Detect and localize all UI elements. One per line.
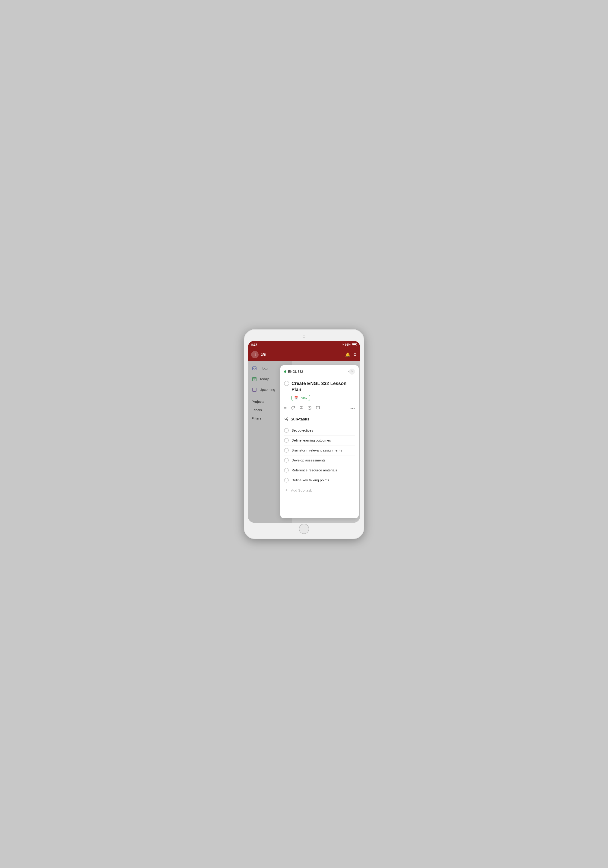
main-layout: Inbox 25 Today: [248, 361, 360, 523]
subtasks-section-icon: [284, 417, 289, 422]
svg-point-9: [293, 406, 294, 407]
subtask-item[interactable]: Set objectives: [284, 426, 355, 436]
subtask-item[interactable]: Define learning outcomes: [284, 436, 355, 445]
more-options-icon[interactable]: •••: [351, 406, 355, 411]
subtask-checkbox[interactable]: [284, 468, 289, 473]
subtasks-header: Sub-tasks: [284, 417, 355, 422]
status-right: ⊙ 95%: [342, 343, 357, 346]
status-bar: 8:17 ⊙ 95%: [248, 341, 360, 349]
device: 8:17 ⊙ 95% ☽ 3/5 🔔 ⚙: [244, 329, 364, 539]
bell-icon[interactable]: 🔔: [345, 352, 351, 357]
front-camera-icon: [303, 335, 305, 338]
add-subtask-button[interactable]: + Add Sub-task: [284, 485, 355, 494]
subtask-label: Define key talking points: [292, 478, 329, 482]
comment-icon[interactable]: [316, 406, 320, 411]
tag-icon[interactable]: [291, 406, 295, 411]
close-icon: ✕: [351, 370, 354, 373]
subtask-checkbox[interactable]: [284, 428, 289, 433]
subtask-item[interactable]: Develop assessments: [284, 456, 355, 465]
avatar-icon: ☽: [253, 353, 256, 356]
subtask-item[interactable]: Define key talking points: [284, 475, 355, 485]
subtask-label: Set objectives: [292, 428, 313, 432]
list-icon[interactable]: ≡: [284, 406, 287, 411]
subtask-checkbox[interactable]: [284, 438, 289, 443]
svg-point-12: [285, 418, 286, 420]
device-screen: 8:17 ⊙ 95% ☽ 3/5 🔔 ⚙: [248, 341, 360, 523]
task-panel: ENGL 332 › ✕ Create ENGL 332 Lesson Plan…: [280, 365, 359, 518]
header-progress: 3/5: [261, 353, 266, 356]
clock-icon[interactable]: [307, 406, 312, 411]
add-subtask-icon: +: [284, 488, 289, 493]
flag-icon[interactable]: [299, 406, 303, 411]
project-name: ENGL 332: [288, 370, 347, 374]
svg-line-15: [286, 418, 287, 419]
app-header: ☽ 3/5 🔔 ⚙: [248, 349, 360, 361]
svg-rect-11: [316, 406, 320, 409]
subtask-label: Develop assessments: [292, 458, 326, 462]
device-bottom: [248, 523, 360, 535]
battery-pct: 95%: [345, 343, 351, 346]
task-title: Create ENGL 332 Lesson Plan: [292, 380, 355, 392]
avatar[interactable]: ☽: [251, 351, 259, 358]
gear-icon[interactable]: ⚙: [353, 352, 357, 357]
date-badge-button[interactable]: 📅 Today: [292, 395, 310, 401]
subtask-label: Define learning outcomes: [292, 438, 331, 442]
header-icons: 🔔 ⚙: [345, 352, 357, 357]
subtask-checkbox[interactable]: [284, 478, 289, 482]
add-subtask-label: Add Sub-task: [291, 488, 312, 492]
calendar-icon: 📅: [294, 396, 298, 400]
task-title-row: Create ENGL 332 Lesson Plan: [280, 377, 359, 394]
task-panel-header: ENGL 332 › ✕: [280, 365, 359, 377]
date-badge-label: Today: [299, 396, 307, 400]
svg-point-14: [287, 420, 288, 420]
device-top-bar: [248, 333, 360, 340]
svg-line-16: [286, 419, 287, 420]
subtasks-section: Sub-tasks Set objectives Define learning…: [280, 413, 359, 518]
task-checkbox[interactable]: [284, 381, 289, 386]
home-button[interactable]: [299, 524, 309, 534]
subtask-item[interactable]: Brainstorm relevant assignments: [284, 445, 355, 456]
subtask-checkbox[interactable]: [284, 448, 289, 453]
status-time: 8:17: [251, 343, 257, 346]
svg-point-13: [287, 417, 288, 418]
subtask-label: Brainstorm relevant assignments: [292, 448, 342, 452]
project-dot: [284, 370, 286, 373]
task-date-row: 📅 Today: [280, 394, 359, 404]
subtask-checkbox[interactable]: [284, 458, 289, 463]
subtasks-title: Sub-tasks: [290, 417, 309, 422]
wifi-icon: ⊙: [342, 343, 344, 346]
subtask-label: Reference resource amterials: [292, 468, 337, 472]
battery-icon: [352, 343, 357, 346]
subtask-item[interactable]: Reference resource amterials: [284, 465, 355, 475]
close-button[interactable]: ✕: [349, 369, 355, 375]
task-toolbar: ≡: [280, 404, 359, 413]
